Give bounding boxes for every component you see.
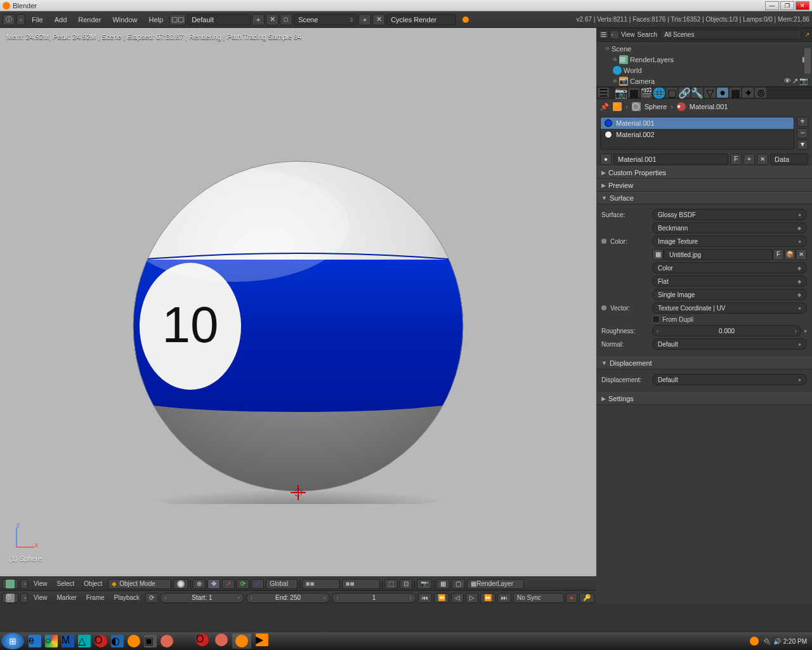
copy-button[interactable]: ▢ — [452, 579, 465, 589]
breadcrumb-object[interactable]: Sphere — [645, 103, 667, 110]
panel-preview[interactable]: ▶Preview — [596, 179, 812, 192]
tab-renderlayers[interactable]: ▦ — [628, 88, 639, 98]
timeline-menu-playback[interactable]: Playback — [110, 594, 144, 601]
tab-render[interactable]: 📷 — [615, 88, 627, 98]
layout-delete-button[interactable]: ✕ — [266, 14, 278, 25]
viewport-shading-button[interactable] — [173, 579, 188, 589]
colorspace-dropdown[interactable]: Color◆ — [652, 262, 807, 274]
outliner-editor-button[interactable]: ☰ — [599, 30, 608, 39]
tray-network-icon[interactable]: 🔌 — [763, 638, 771, 645]
tab-physics[interactable]: ⊚ — [755, 88, 766, 98]
scene-browse-icon[interactable]: ▢ — [280, 14, 292, 25]
rotate-button[interactable]: ⟳ — [237, 579, 249, 589]
collapse-menu-icon[interactable]: ◦ — [16, 14, 25, 25]
orientation-dropdown[interactable]: Global — [266, 579, 298, 589]
timeline-menu-frame[interactable]: Frame — [82, 594, 108, 601]
collapse-icon[interactable]: ◦ — [20, 579, 28, 589]
panel-custom-properties[interactable]: ▶Custom Properties — [596, 166, 812, 179]
menu-render[interactable]: Render — [73, 16, 106, 23]
distribution-dropdown[interactable]: Beckmann◆ — [652, 222, 807, 234]
tray-volume-icon[interactable]: 🔊 — [773, 638, 781, 645]
image-pack-button[interactable]: 📦 — [784, 249, 796, 260]
layers-icon-2[interactable]: ▦▦ — [342, 579, 380, 589]
timeline-editor-button[interactable]: ⏱ — [2, 593, 18, 603]
material-specials-button[interactable]: ▾ — [797, 140, 808, 150]
panel-surface[interactable]: ▼Surface — [596, 192, 812, 204]
renderlayer-dropdown[interactable]: ▦ RenderLayer — [467, 579, 524, 589]
taskbar-chrome-icon[interactable]: ○ — [45, 635, 58, 647]
vector-dropdown[interactable]: Texture Coordinate | UV● — [652, 302, 807, 314]
windows-taskbar[interactable]: ⊞ e ○ M △ O ◐ ▣ O ▶ 🔌 🔊 2:20 PM — [0, 632, 812, 650]
tab-object[interactable]: ▢ — [666, 88, 678, 98]
tab-world[interactable]: 🌐 — [653, 88, 665, 98]
tray-clock[interactable]: 2:20 PM — [783, 638, 807, 645]
tab-data[interactable]: ▽ — [704, 88, 716, 98]
viewport-menu-select[interactable]: Select — [53, 580, 79, 587]
outliner-search-menu[interactable]: Search — [638, 31, 658, 38]
panel-settings[interactable]: ▶Settings — [596, 392, 812, 405]
surface-shader-dropdown[interactable]: Glossy BSDF● — [652, 209, 807, 220]
render-viewport[interactable]: Mem: 24.92M, Peak: 24.92M | Scene | Elap… — [0, 28, 596, 576]
prop-editor-button[interactable]: ☰ — [598, 88, 609, 98]
material-add-button[interactable]: + — [797, 117, 808, 127]
collapse-icon[interactable]: ◦ — [611, 31, 619, 38]
material-link-dropdown[interactable]: Data — [770, 154, 808, 165]
taskbar-app-icon[interactable]: △ — [78, 635, 91, 647]
breadcrumb-material[interactable]: Material.001 — [690, 103, 728, 110]
tab-modifiers[interactable]: 🔧 — [691, 88, 703, 98]
screen-layout-dropdown[interactable]: Default — [187, 14, 251, 25]
scale-button[interactable]: ⤢ — [251, 579, 264, 589]
tab-particles[interactable]: ✦ — [742, 88, 754, 98]
material-slot-1[interactable]: Material.001 — [601, 117, 794, 129]
start-frame-field[interactable]: Start: 1 — [160, 593, 244, 603]
keyframe-prev-button[interactable]: ⏪ — [434, 593, 449, 603]
scene-add-button[interactable]: + — [358, 14, 371, 25]
image-source-dropdown[interactable]: Single Image◆ — [652, 289, 807, 300]
editor-type-icon[interactable]: ⓘ — [3, 14, 15, 25]
material-browse-button[interactable]: ● — [600, 154, 612, 165]
collapse-icon[interactable]: ◦ — [20, 593, 28, 603]
timeline-menu-view[interactable]: View — [30, 594, 51, 601]
keyframe-next-button[interactable]: ⏩ — [480, 593, 495, 603]
record-button[interactable]: ● — [566, 593, 577, 603]
taskbar-opera-icon[interactable]: O — [95, 635, 107, 647]
taskbar-app3-icon[interactable]: ▣ — [144, 635, 157, 647]
keying-set-button[interactable]: 🔑 — [579, 593, 594, 603]
image-fakeuser-button[interactable]: F — [773, 249, 784, 260]
viewport-menu-object[interactable]: Object — [80, 580, 106, 587]
material-slot-2[interactable]: Material.002 — [601, 129, 794, 140]
minimize-button[interactable]: ― — [765, 1, 779, 10]
pivot-button[interactable]: ⊕ — [193, 579, 206, 589]
material-fakeuser-button[interactable]: F — [730, 154, 742, 165]
render-engine-dropdown[interactable]: Cycles Render — [386, 14, 456, 25]
layout-browse-icon[interactable]: ▢▢ — [169, 14, 186, 25]
taskbar-blender-icon[interactable] — [128, 635, 140, 647]
translate-button[interactable]: ↗ — [222, 579, 235, 589]
taskbar-firefox-icon[interactable] — [160, 635, 173, 647]
tab-material[interactable]: ● — [717, 88, 728, 98]
color-socket-icon[interactable] — [601, 239, 606, 244]
play-reverse-button[interactable]: ◁ — [451, 593, 464, 603]
tree-world[interactable]: 🌐World — [596, 65, 812, 76]
material-name-field[interactable]: Material.001 — [613, 154, 728, 165]
autokey-button[interactable]: ⟳ — [145, 593, 158, 603]
taskbar-firefox-running[interactable] — [215, 633, 228, 646]
scene-dropdown[interactable]: Scene3 — [294, 14, 357, 25]
taskbar-ie-icon[interactable]: e — [29, 635, 41, 647]
tray-app-icon[interactable] — [750, 637, 759, 646]
image-name-field[interactable]: Untitled.jpg — [664, 249, 773, 260]
outliner-scrollbar[interactable] — [804, 48, 811, 74]
tree-renderlayers[interactable]: ⊕▦RenderLayers▦ — [596, 54, 812, 65]
render-button[interactable]: 📷 — [417, 579, 432, 589]
material-slot-list[interactable]: Material.001 Material.002 — [600, 117, 794, 150]
tree-camera[interactable]: ⊕📷Camera👁↗📷 — [596, 76, 812, 86]
image-browse-button[interactable]: ▦ — [652, 249, 664, 260]
play-button[interactable]: ▷ — [466, 593, 478, 603]
image-unlink-button[interactable]: ✕ — [796, 249, 807, 260]
end-frame-field[interactable]: End: 250 — [246, 593, 331, 603]
start-button[interactable]: ⊞ — [1, 633, 24, 649]
roughness-field[interactable]: 0.000 — [652, 325, 801, 336]
gpencil-button[interactable]: ▦ — [436, 579, 450, 589]
viewport-menu-view[interactable]: View — [30, 580, 51, 587]
layers-icon[interactable]: ▦▦ — [302, 579, 340, 589]
